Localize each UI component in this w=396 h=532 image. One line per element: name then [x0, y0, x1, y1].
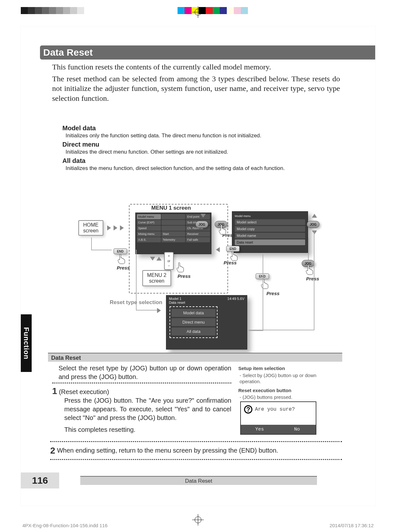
- swatch: [70, 7, 77, 14]
- model-menu-item-selected: Data reset: [235, 239, 305, 245]
- jog-button: JOG: [307, 221, 320, 228]
- menu1-item: Model menu: [137, 214, 161, 219]
- plus-icon: ＋: [167, 253, 171, 259]
- model-menu-screen: Model menu Model select Model copy Model…: [232, 211, 308, 253]
- swatch: [56, 7, 63, 14]
- confirm-message: Are you sure?: [255, 407, 295, 412]
- hand-icon: [229, 250, 239, 261]
- plus-minus-box: ＋ or －: [164, 252, 174, 270]
- pm-or: or: [168, 259, 170, 263]
- arrow-icon: [216, 247, 220, 252]
- step1-body: Press the (JOG) button. The "Are you sur…: [64, 396, 231, 422]
- swatch: [206, 7, 213, 14]
- reset-screen: Model 1 14:49 5.6V Data reset Model data…: [166, 295, 247, 350]
- dotted-divider: [52, 383, 231, 383]
- connector: [136, 310, 157, 310]
- press-label: Press: [117, 265, 130, 270]
- menu1-item: Telemetry: [162, 237, 186, 242]
- arrow-icon: [107, 225, 111, 230]
- swatch: [21, 7, 28, 14]
- model-menu-item: Model copy: [235, 226, 305, 232]
- page-body: Data Reset This function resets the cont…: [21, 26, 375, 506]
- dotted-divider: [50, 441, 342, 442]
- desc-model-data: Initializes only the function setting da…: [66, 133, 341, 139]
- intro-p1: This function resets the contents of the…: [52, 62, 340, 72]
- menu2-screen-box: MENU 2 screen: [142, 270, 171, 286]
- swatch: [241, 7, 248, 14]
- menu1-item: Curve (EXP): [137, 220, 161, 225]
- reset-type-label: Reset type selection: [110, 299, 162, 306]
- term-all-data: All data: [62, 157, 341, 165]
- model-menu-item: Model select: [235, 219, 305, 225]
- imprint-date: 2014/07/18 17:36:12: [329, 523, 374, 528]
- step-number: 1: [52, 386, 57, 396]
- confirm-no: No: [278, 425, 316, 434]
- setup-item-text: Select by (JOG) button up or down operat…: [240, 372, 328, 385]
- minus-icon: －: [167, 263, 171, 269]
- connector: [91, 250, 112, 250]
- page-number: 116: [21, 472, 59, 488]
- swatch: [178, 7, 185, 14]
- swatch: [220, 7, 227, 14]
- hand-icon: [218, 224, 227, 235]
- arrow-icon: [312, 214, 317, 218]
- step1-title: (Reset execution): [59, 388, 109, 395]
- step2-body: When ending setting, return to the menu …: [57, 447, 278, 454]
- navigation-diagram: MENU 1 screen Model menu End point Curve…: [53, 199, 347, 346]
- footer-band: Data Reset: [80, 476, 317, 485]
- menu1-item: [162, 220, 186, 225]
- model-menu-item: Model name: [235, 233, 305, 238]
- menu1-item: Fail safe: [186, 237, 210, 242]
- page-title: Data Reset: [40, 45, 375, 60]
- press-label: Press: [178, 273, 191, 279]
- home-label: HOME screen: [83, 222, 99, 233]
- swatch: [84, 7, 91, 14]
- swatch: [42, 7, 49, 14]
- press-label: Press: [306, 276, 319, 281]
- connector: [308, 238, 309, 260]
- reset-options-group: Model data Direct menu All data: [170, 306, 218, 338]
- swatch: [185, 7, 192, 14]
- arrow-icon: [156, 257, 162, 261]
- arrow-icon: [150, 257, 155, 261]
- arrow-icon: [114, 225, 117, 230]
- intro-text: This function resets the contents of the…: [52, 62, 340, 105]
- reset-clock: 14:49 5.6V: [227, 297, 244, 301]
- menu1-item: [162, 214, 186, 219]
- reset-option: Direct menu: [171, 318, 216, 326]
- reset-subtitle: Data reset: [166, 301, 247, 304]
- instructions-left: Select the reset type by (JOG) button up…: [52, 364, 231, 434]
- desc-direct-menu: Initializes the direct menu function. Ot…: [66, 149, 341, 155]
- arrow-icon: [157, 308, 161, 313]
- connector: [263, 254, 263, 331]
- reset-exec-heading: Reset execution button: [238, 387, 328, 394]
- connector: [314, 231, 314, 330]
- hand-icon: [117, 254, 126, 264]
- hand-icon: [260, 278, 270, 289]
- press-label: Press: [266, 291, 280, 296]
- hand-icon: [305, 264, 314, 275]
- menu1-item: A.B.S.: [137, 237, 161, 242]
- model-menu-header: Model menu: [235, 214, 305, 218]
- grayscale-swatches: [21, 7, 91, 14]
- reset-option: All data: [171, 327, 216, 335]
- menu1-label: MENU 1 screen: [151, 205, 191, 211]
- menu1-item: End point: [186, 214, 210, 219]
- setup-item-heading: Setup item selection: [238, 365, 328, 372]
- swatch: [49, 7, 56, 14]
- reset-exec-text: (JOG) buttons pressed.: [240, 394, 328, 400]
- arrow-icon: [312, 230, 317, 234]
- imprint-line: 4PX-Eng-08-Function-104-156.indd 116 201…: [22, 523, 374, 528]
- swatch: [213, 7, 220, 14]
- home-screen-box: HOME screen: [78, 220, 103, 236]
- connector: [249, 330, 263, 331]
- dotted-divider: [50, 459, 342, 460]
- question-icon: ?: [244, 405, 252, 414]
- swatch: [35, 7, 42, 14]
- connector: [249, 330, 314, 330]
- arrow-icon: [201, 214, 206, 218]
- definition-list: Model data Initializes only the function…: [62, 124, 341, 173]
- swatch: [227, 7, 234, 14]
- step-number: 2: [50, 446, 55, 455]
- desc-all-data: Initializes the menu function, direct se…: [66, 165, 341, 172]
